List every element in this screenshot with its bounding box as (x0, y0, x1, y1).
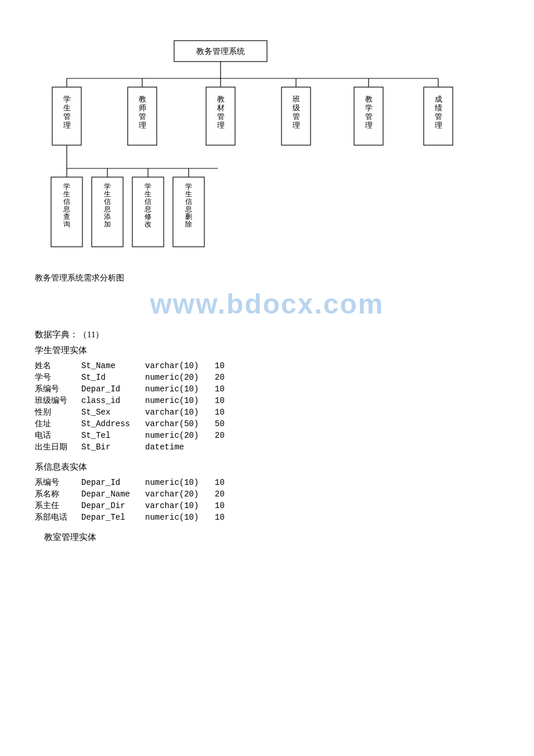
svg-text:学: 学 (104, 182, 111, 190)
classroom-entity-title: 教室管理实体 (44, 532, 499, 543)
row-type: varchar(10) (145, 501, 215, 510)
svg-text:生: 生 (145, 190, 151, 198)
table-row: 学号 St_Id numeric(20) 20 (35, 372, 499, 383)
svg-text:师: 师 (139, 103, 146, 112)
row-type: numeric(20) (145, 431, 215, 440)
row-len: 10 (215, 396, 238, 405)
svg-text:改: 改 (145, 220, 151, 228)
row-len: 20 (215, 431, 238, 440)
row-len: 10 (215, 384, 238, 394)
svg-text:学: 学 (185, 182, 192, 190)
table-row: 系名称 Depar_Name varchar(20) 20 (35, 489, 499, 499)
row-type: varchar(50) (145, 419, 215, 429)
row-name: 班级编号 (35, 395, 81, 406)
row-field: Depar_Name (81, 489, 145, 499)
svg-text:学: 学 (145, 182, 151, 190)
diagram-caption: 教务管理系统需求分析图 (35, 273, 499, 283)
svg-text:级: 级 (293, 103, 300, 112)
row-type: numeric(10) (145, 384, 215, 394)
row-field: St_Bir (81, 442, 145, 452)
svg-text:删: 删 (185, 213, 192, 221)
svg-text:信: 信 (104, 197, 111, 206)
svg-text:理: 理 (217, 121, 225, 129)
row-len: 20 (215, 373, 238, 382)
table-row: 姓名 St_Name varchar(10) 10 (35, 361, 499, 371)
row-type: numeric(10) (145, 396, 215, 405)
table-row: 系编号 Depar_Id numeric(10) 10 (35, 477, 499, 488)
svg-text:查: 查 (63, 213, 70, 221)
svg-text:信: 信 (63, 197, 70, 206)
row-name: 系编号 (35, 384, 81, 394)
row-type: numeric(10) (145, 513, 215, 522)
svg-text:息: 息 (144, 205, 151, 213)
row-field: Depar_Id (81, 384, 145, 394)
svg-text:教: 教 (139, 95, 146, 103)
svg-text:生: 生 (63, 103, 71, 112)
row-field: Depar_Dir (81, 501, 145, 510)
row-type: datetime (145, 442, 215, 452)
svg-text:理: 理 (293, 121, 300, 129)
svg-text:教: 教 (217, 95, 225, 103)
row-type: varchar(10) (145, 361, 215, 370)
svg-text:管: 管 (139, 112, 146, 121)
svg-text:理: 理 (139, 121, 146, 129)
svg-text:教: 教 (365, 95, 373, 103)
row-field: Depar_Id (81, 478, 145, 487)
table-row: 系编号 Depar_Id numeric(10) 10 (35, 384, 499, 394)
row-field: St_Name (81, 361, 145, 370)
row-len: 10 (215, 408, 238, 417)
row-field: class_id (81, 396, 145, 405)
org-chart-svg: 教务管理系统 学 生 管 理 教 师 管 理 教 材 管 理 班 级 管 理 (35, 23, 476, 267)
table-row: 系部电话 Depar_Tel numeric(10) 10 (35, 512, 499, 523)
svg-text:管: 管 (63, 112, 71, 121)
row-len: 10 (215, 501, 238, 510)
table-row: 系主任 Depar_Dir varchar(10) 10 (35, 501, 499, 511)
dept-table: 系编号 Depar_Id numeric(10) 10 系名称 Depar_Na… (35, 477, 499, 523)
svg-text:修: 修 (145, 213, 151, 221)
row-name: 性别 (35, 407, 81, 417)
svg-text:理: 理 (63, 121, 71, 129)
svg-text:生: 生 (104, 190, 111, 198)
row-len: 10 (215, 478, 238, 487)
svg-text:除: 除 (185, 220, 192, 228)
row-name: 出生日期 (35, 442, 81, 452)
svg-text:理: 理 (435, 121, 442, 129)
watermark: www.bdocx.com (35, 288, 499, 320)
svg-text:管: 管 (365, 112, 373, 121)
row-name: 系主任 (35, 501, 81, 511)
svg-text:信: 信 (185, 197, 192, 206)
table-row: 出生日期 St_Bir datetime (35, 442, 499, 452)
row-type: numeric(20) (145, 373, 215, 382)
table-row: 住址 St_Address varchar(50) 50 (35, 419, 499, 429)
row-len: 50 (215, 419, 238, 429)
row-field: St_Sex (81, 408, 145, 417)
svg-text:生: 生 (63, 190, 70, 198)
table-row: 电话 St_Tel numeric(20) 20 (35, 430, 499, 441)
svg-text:加: 加 (104, 220, 111, 228)
row-name: 电话 (35, 430, 81, 441)
svg-text:绩: 绩 (435, 103, 442, 112)
svg-text:息: 息 (103, 205, 111, 213)
row-type: varchar(10) (145, 408, 215, 417)
row-name: 系名称 (35, 489, 81, 499)
svg-text:学: 学 (365, 103, 373, 112)
row-name: 学号 (35, 372, 81, 383)
svg-text:添: 添 (104, 213, 111, 221)
row-name: 住址 (35, 419, 81, 429)
svg-text:学: 学 (63, 182, 70, 190)
svg-text:管: 管 (435, 112, 442, 121)
table-row: 班级编号 class_id numeric(10) 10 (35, 395, 499, 406)
svg-text:教务管理系统: 教务管理系统 (196, 47, 245, 56)
diagram-container: 教务管理系统 学 生 管 理 教 师 管 理 教 材 管 理 班 级 管 理 (35, 23, 499, 267)
row-field: St_Address (81, 419, 145, 429)
svg-text:班: 班 (293, 95, 300, 103)
svg-text:生: 生 (185, 190, 192, 198)
svg-text:理: 理 (365, 121, 373, 129)
row-type: numeric(10) (145, 478, 215, 487)
row-name: 系部电话 (35, 512, 81, 523)
svg-text:信: 信 (145, 197, 151, 206)
dept-entity-title: 系信息表实体 (35, 462, 499, 473)
svg-text:管: 管 (293, 112, 300, 121)
svg-text:询: 询 (63, 220, 70, 228)
svg-text:学: 学 (63, 95, 71, 103)
